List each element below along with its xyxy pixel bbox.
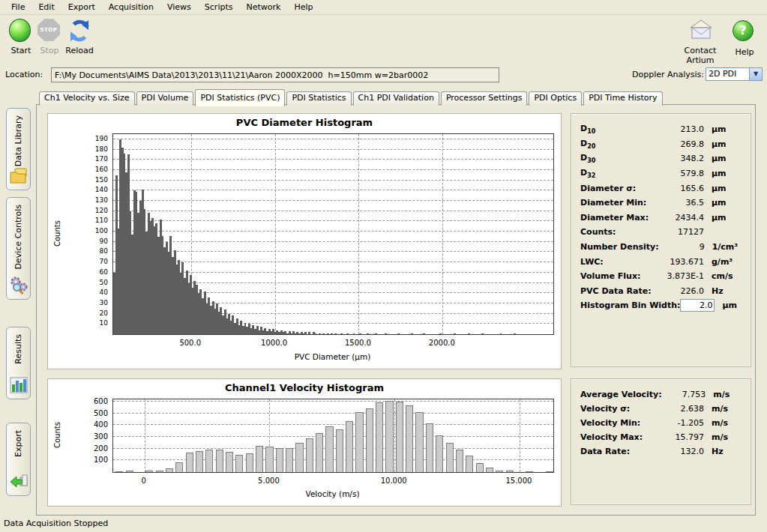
x-gridline xyxy=(442,134,443,334)
menu-item-export[interactable]: Export xyxy=(61,1,102,13)
sidebar-item-results[interactable]: Results xyxy=(6,327,31,399)
menu-item-edit[interactable]: Edit xyxy=(31,1,61,13)
pvc-stat-row: D20269.8µm xyxy=(580,137,742,152)
menu-item-network[interactable]: Network xyxy=(239,1,287,13)
stat-value: -1.205 xyxy=(658,418,704,428)
x-tick-label: 1000.0 xyxy=(261,339,287,347)
x-tick-label: 5.000 xyxy=(258,477,280,485)
reload-button[interactable]: Reload xyxy=(63,19,96,55)
pvc-stat-row: D32579.8µm xyxy=(580,166,742,181)
sidebar-item-label: Export xyxy=(13,430,23,457)
histogram-bar xyxy=(426,423,433,472)
data-library-icon xyxy=(9,166,28,186)
pvc-stat-row: Counts:17127 xyxy=(580,225,742,240)
histogram-bar xyxy=(385,333,387,334)
pvc-diameter-histogram-chart: PVC Diameter Histogram Counts 1020304050… xyxy=(47,113,562,369)
contact-artium-button[interactable]: Contact Artium xyxy=(670,19,731,65)
y-gridline xyxy=(113,424,553,425)
histogram-bar xyxy=(205,450,213,472)
location-input[interactable] xyxy=(51,67,499,82)
chevron-down-icon[interactable]: ▼ xyxy=(749,68,762,80)
stat-value: 15.797 xyxy=(658,432,704,442)
menu-item-views[interactable]: Views xyxy=(160,1,198,13)
menu-item-help[interactable]: Help xyxy=(287,1,319,13)
y-gridline xyxy=(113,413,553,414)
menu-item-file[interactable]: File xyxy=(4,1,31,13)
histogram-bar xyxy=(256,446,263,472)
stat-label: Diameter σ: xyxy=(580,184,658,193)
stat-label: Counts: xyxy=(580,227,658,237)
tab-pdi-statistics-pvc[interactable]: PDI Statistics (PVC) xyxy=(195,89,285,106)
y-axis: 1020304050607080901001101201301401501601… xyxy=(76,133,111,333)
stat-label: Velocity Min: xyxy=(580,418,658,428)
tab-pdi-time-history[interactable]: PDI Time History xyxy=(583,91,662,106)
histogram-bar xyxy=(481,333,484,334)
stop-button: STOP Stop xyxy=(35,19,64,55)
velocity-statistics-panel: Average Velocity:7.753m/sVelocity σ:2.63… xyxy=(571,378,751,505)
sidebar-item-data-library[interactable]: Data Library xyxy=(6,108,31,190)
y-gridline xyxy=(113,401,553,402)
histogram-bar xyxy=(306,438,313,472)
histogram-bar xyxy=(359,333,361,334)
sidebar-item-device-controls[interactable]: Device Controls xyxy=(6,197,31,300)
stat-value: 132.0 xyxy=(658,447,704,456)
stat-value: 165.6 xyxy=(658,184,704,193)
histogram-bar xyxy=(366,408,373,472)
y-gridline xyxy=(113,220,553,221)
menu-item-scripts[interactable]: Scripts xyxy=(198,1,240,13)
histogram-bar xyxy=(295,443,303,472)
stat-label: LWC: xyxy=(580,257,658,267)
y-tick-label: 100 xyxy=(94,456,108,463)
help-button-label: Help xyxy=(730,47,760,57)
histogram-bar xyxy=(396,402,403,472)
menu-item-acquisition[interactable]: Acquisition xyxy=(102,1,160,13)
sidebar-item-export[interactable]: Export xyxy=(6,423,31,496)
histogram-bar xyxy=(346,333,349,334)
stat-label: D32 xyxy=(580,168,658,179)
stat-value: 17127 xyxy=(658,227,704,237)
tab-ch1-pdi-validation[interactable]: Ch1 PDI Validation xyxy=(353,91,439,106)
histogram-bar xyxy=(246,453,253,472)
histogram-bar xyxy=(156,471,163,472)
histogram-bar xyxy=(226,452,233,472)
histogram-bar xyxy=(314,333,316,334)
y-tick-label: 160 xyxy=(95,166,108,172)
histogram-bar xyxy=(340,333,343,334)
histogram-bar xyxy=(316,433,323,472)
y-tick-label: 170 xyxy=(95,156,108,163)
tab-strip: Ch1 Velocity vs. SizePDI VolumePDI Stati… xyxy=(39,89,664,105)
start-button[interactable]: Start xyxy=(6,19,36,55)
tab-pdi-statistics[interactable]: PDI Statistics xyxy=(286,91,351,106)
tab-processor-settings[interactable]: Processor Settings xyxy=(441,91,528,106)
histogram-bar xyxy=(506,471,514,472)
x-tick-label: 15.000 xyxy=(505,477,532,485)
doppler-analysis-value: 2D PDI xyxy=(706,68,749,80)
stop-button-label: Stop xyxy=(35,46,64,55)
help-button[interactable]: ? Help xyxy=(730,19,760,57)
histogram-bar xyxy=(436,435,443,472)
tab-pdi-volume[interactable]: PDI Volume xyxy=(136,91,194,106)
tab-pdi-optics[interactable]: PDI Optics xyxy=(529,91,582,106)
stat-value: 2.638 xyxy=(658,404,704,414)
status-bar: Data Acquisition Stopped xyxy=(0,516,767,532)
y-tick-label: 20 xyxy=(100,309,108,316)
y-tick-label: 70 xyxy=(100,259,108,265)
doppler-analysis-select[interactable]: 2D PDI ▼ xyxy=(706,67,763,81)
histogram-bar xyxy=(355,412,363,472)
stat-unit: µm xyxy=(722,300,742,310)
velocity-stat-row: Data Rate:132.0Hz xyxy=(580,444,742,459)
plot-area xyxy=(112,399,554,473)
velocity-stat-row: Average Velocity:7.753m/s xyxy=(580,387,742,402)
histogram-bar xyxy=(476,463,484,472)
pvc-stat-row: Diameter Min:36.5µm xyxy=(580,196,742,211)
pvc-stat-row: Histogram Bin Width:µm xyxy=(580,298,742,313)
stat-value: 213.0 xyxy=(658,124,704,134)
sidebar-item-label: Data Library xyxy=(13,115,23,166)
stat-label: Volume Flux: xyxy=(580,271,658,281)
histogram-bin-width-input[interactable] xyxy=(680,299,715,312)
histogram-bar xyxy=(265,447,273,472)
velocity-stat-row: Velocity Min:-1.205m/s xyxy=(580,416,742,430)
channel1-velocity-histogram-chart: Channel1 Velocity Histogram Counts 10020… xyxy=(47,378,562,507)
tab-ch1-velocity-vs-size[interactable]: Ch1 Velocity vs. Size xyxy=(39,91,135,106)
histogram-bar xyxy=(415,412,423,472)
